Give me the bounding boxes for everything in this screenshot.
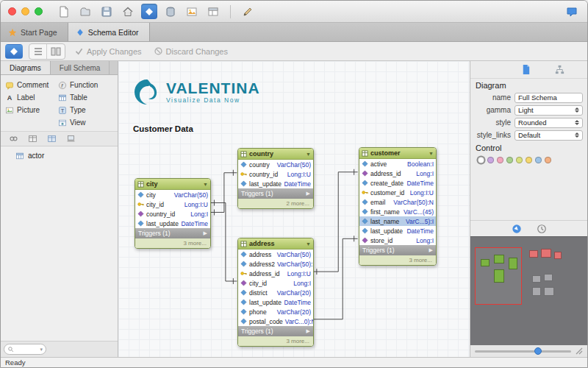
field-row-postal_code[interactable]: postal_codeVarC...0):N — [238, 316, 313, 326]
link-button[interactable] — [7, 133, 20, 145]
field-row-store_id[interactable]: store_idLong:I — [359, 236, 436, 245]
field-row-country_id[interactable]: country_idLong:I — [135, 209, 210, 219]
field-row-district[interactable]: districtVarChar(20) — [238, 288, 313, 297]
collapse-icon[interactable]: ▼ — [306, 152, 311, 157]
field-row-city[interactable]: cityVarChar(50) — [135, 190, 210, 199]
schema-editor-button[interactable] — [141, 4, 157, 19]
entity-address[interactable]: address▼addressVarChar(50)address2VarCha… — [237, 238, 314, 347]
collapse-icon[interactable]: ▼ — [306, 241, 311, 247]
navigator-button[interactable] — [509, 222, 524, 236]
color-swatch[interactable] — [535, 157, 542, 163]
minimize-window-button[interactable] — [21, 7, 29, 15]
diagram-canvas[interactable]: VALENTINA Visualize Data Now Customer Da… — [118, 61, 470, 357]
expand-icon[interactable]: ▶ — [429, 247, 433, 253]
screen-button[interactable] — [64, 133, 77, 145]
color-swatch[interactable] — [497, 157, 503, 163]
field-row-address_id[interactable]: address_idLong:I — [359, 169, 436, 178]
more-fields-bar[interactable]: 3 more... — [135, 238, 210, 248]
field-row-customer_id[interactable]: customer_idLong:I:U — [359, 188, 436, 197]
grid-a-button[interactable] — [26, 133, 39, 145]
field-row-city_id[interactable]: city_idLong:I:U — [135, 199, 210, 209]
new-document-button[interactable] — [56, 4, 72, 19]
minimap[interactable] — [470, 236, 587, 345]
pen-tool-button[interactable] — [240, 4, 256, 19]
tool-table[interactable]: Table — [58, 92, 98, 103]
gamma-select[interactable]: Light — [514, 105, 583, 116]
expand-icon[interactable]: ▶ — [204, 230, 207, 236]
history-button[interactable] — [534, 222, 549, 236]
entity-header[interactable]: customer▼ — [359, 148, 436, 159]
projects-button[interactable] — [77, 4, 93, 19]
grid-b-button[interactable] — [45, 133, 58, 145]
query-table-button[interactable] — [205, 4, 221, 19]
feedback-button[interactable] — [564, 4, 580, 19]
diagram-mode-button[interactable] — [5, 44, 23, 59]
sidebar-tab-full-schema[interactable]: Full Schema — [51, 61, 110, 74]
field-row-last_update[interactable]: last_updateDateTime — [135, 219, 210, 228]
color-swatch[interactable] — [545, 157, 551, 163]
close-window-button[interactable] — [8, 7, 16, 15]
resize-grip-icon[interactable] — [576, 347, 583, 355]
color-swatch[interactable] — [478, 157, 484, 163]
collapse-icon[interactable]: ▼ — [203, 182, 208, 187]
field-row-country_id[interactable]: country_idLong:I:U — [238, 169, 313, 179]
field-row-phone[interactable]: phoneVarChar(20) — [238, 307, 313, 316]
triggers-bar[interactable]: Triggers (1)▶ — [359, 245, 436, 255]
field-row-last_name[interactable]: last_nameVarC...5):I — [359, 216, 436, 226]
home-button[interactable] — [120, 4, 136, 19]
expand-icon[interactable]: ▶ — [306, 328, 310, 334]
expand-icon[interactable]: ▶ — [306, 191, 310, 197]
field-row-address2[interactable]: address2VarChar(50):N — [238, 259, 313, 269]
tool-comment[interactable]: Comment — [5, 79, 57, 91]
entity-header[interactable]: address▼ — [238, 238, 313, 250]
field-row-last_update[interactable]: last_updateDateTime — [359, 226, 436, 236]
field-row-active[interactable]: activeBoolean:I — [359, 159, 436, 169]
media-button[interactable] — [184, 4, 200, 19]
triggers-bar[interactable]: Triggers (1)▶ — [135, 228, 210, 238]
field-row-city_id[interactable]: city_idLong:I — [238, 278, 313, 288]
field-row-last_update[interactable]: last_updateDateTime — [238, 179, 313, 188]
triggers-bar[interactable]: Triggers (1)▶ — [238, 188, 313, 199]
tab-start-page[interactable]: Start Page — [1, 23, 68, 41]
style-select[interactable]: Rounded — [514, 118, 583, 128]
entity-city[interactable]: city▼cityVarChar(50)city_idLong:I:Ucount… — [135, 178, 211, 249]
structure-tab[interactable] — [552, 63, 567, 77]
entity-header[interactable]: city▼ — [135, 179, 210, 190]
name-input[interactable]: Full Schema — [514, 93, 583, 103]
field-row-email[interactable]: emailVarChar(50):N — [359, 197, 436, 207]
tool-view[interactable]: View — [58, 117, 98, 128]
tool-label[interactable]: ALabel — [5, 92, 57, 103]
color-swatch[interactable] — [516, 157, 523, 163]
field-row-last_update[interactable]: last_updateDateTime — [238, 297, 313, 307]
field-row-address_id[interactable]: address_idLong:I:U — [238, 269, 313, 278]
entity-header[interactable]: country▼ — [238, 149, 313, 160]
more-fields-bar[interactable]: 3 more... — [238, 336, 313, 346]
field-row-address[interactable]: addressVarChar(50) — [238, 250, 313, 259]
triggers-bar[interactable]: Triggers (1)▶ — [238, 326, 313, 336]
field-row-first_name[interactable]: first_nameVarC...(45) — [359, 207, 436, 216]
zoom-slider[interactable] — [475, 350, 571, 353]
list-view-button[interactable] — [29, 44, 47, 59]
tree-item-actor[interactable]: actor — [1, 149, 118, 162]
color-swatch[interactable] — [487, 157, 494, 163]
zoom-window-button[interactable] — [35, 7, 43, 15]
color-swatch[interactable] — [526, 157, 532, 163]
more-fields-bar[interactable]: 2 more... — [238, 199, 313, 208]
entity-country[interactable]: country▼countryVarChar(50)country_idLong… — [237, 148, 314, 209]
tab-schema-editor[interactable]: Schema Editor — [68, 23, 150, 41]
columns-view-button[interactable] — [47, 44, 65, 59]
color-swatch[interactable] — [506, 157, 513, 163]
search-input[interactable]: ▾ — [4, 344, 46, 355]
save-button[interactable] — [98, 4, 115, 19]
properties-tab[interactable] — [518, 63, 533, 77]
collapse-icon[interactable]: ▼ — [429, 151, 434, 156]
entity-customer[interactable]: customer▼activeBoolean:Iaddress_idLong:I… — [359, 147, 437, 266]
field-row-country[interactable]: countryVarChar(50) — [238, 160, 313, 169]
tool-picture[interactable]: Picture — [5, 105, 57, 116]
tool-type[interactable]: TType — [58, 105, 98, 116]
discard-changes-button[interactable]: Discard Changes — [151, 46, 231, 56]
tool-function[interactable]: fFunction — [58, 79, 98, 91]
field-row-create_date[interactable]: create_dateDateTime — [359, 178, 436, 188]
apply-changes-button[interactable]: Apply Changes — [71, 46, 145, 56]
style_links-select[interactable]: Default — [514, 130, 583, 141]
